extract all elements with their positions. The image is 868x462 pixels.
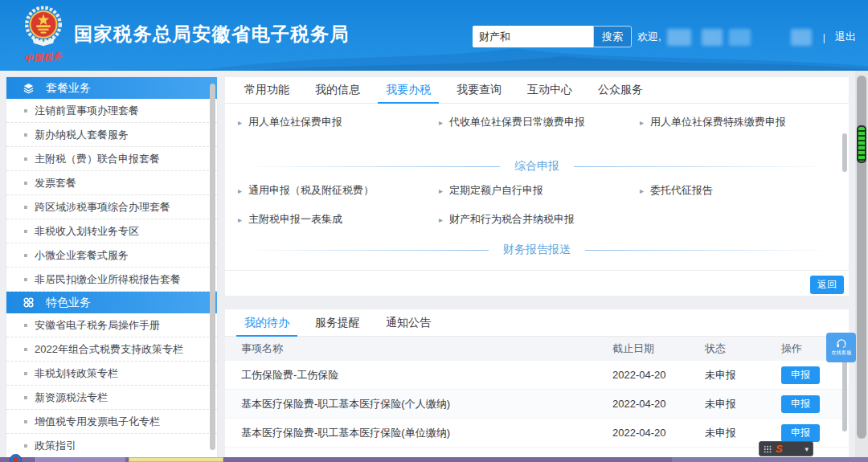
logout-link[interactable]: 退出: [835, 30, 856, 44]
user-area: 欢迎, | 退出: [637, 27, 856, 47]
sidebar-item-label: 小微企业套餐式服务: [35, 248, 129, 263]
bullet-icon: [24, 182, 27, 185]
sidebar-item[interactable]: 新资源税法专栏: [6, 386, 217, 410]
sidebar-item[interactable]: 小微企业套餐式服务: [6, 243, 217, 268]
todo-deadline: 2022-04-20: [592, 369, 684, 381]
grip-dots-icon: [764, 445, 772, 453]
col-item-name: 事项名称: [241, 341, 592, 356]
bullet-icon: [24, 230, 27, 233]
bullet-icon: [24, 157, 27, 161]
sidebar-section-featured[interactable]: 特色业务: [6, 292, 217, 313]
input-method-toolbar[interactable]: S ▾: [759, 441, 813, 456]
link-label: 用人单位社保费申报: [248, 115, 342, 129]
table-row: 基本医疗保险费-职工基本医疗保险(个人缴纳) 2022-04-20 未申报 申报: [225, 390, 849, 419]
link-social-insurance-declare[interactable]: ▸用人单位社保费申报: [238, 115, 439, 129]
sidebar-item[interactable]: 安徽省电子税务局操作手册: [6, 313, 217, 337]
tab-inquiry[interactable]: 我要查询: [453, 77, 505, 103]
link-row: ▸通用申报（税及附征税费） ▸定期定额户自行申报 ▸委托代征报告: [238, 181, 841, 200]
tab-public-service[interactable]: 公众服务: [595, 77, 646, 103]
todo-deadline: 2022-04-20: [592, 398, 684, 410]
sidebar-section-title: 套餐业务: [46, 81, 91, 96]
link-entrusted-collection[interactable]: ▸委托代征报告: [640, 183, 841, 198]
sidebar-item-label: 主附税（费）联合申报套餐: [35, 152, 160, 166]
sidebar-section-title: 特色业务: [46, 296, 91, 310]
sidebar-item-label: 非税划转政策专栏: [35, 366, 118, 381]
link-arrow-icon: ▸: [640, 118, 644, 127]
todo-status: 未申报: [684, 368, 760, 382]
search-button[interactable]: 搜索: [593, 26, 632, 47]
tax-emblem-icon: [23, 6, 64, 47]
panel-scrollbar-thumb[interactable]: [842, 133, 847, 172]
tab-my-info[interactable]: 我的信息: [312, 77, 363, 103]
online-service-button[interactable]: 在线客服: [826, 333, 856, 362]
link-row: ▸主附税申报一表集成 ▸财产和行为税合并纳税申报: [238, 210, 841, 229]
declare-button[interactable]: 申报: [781, 366, 820, 384]
link-property-behavior-tax[interactable]: ▸财产和行为税合并纳税申报: [439, 212, 640, 227]
link-arrow-icon: ▸: [238, 118, 242, 127]
todo-status: 未申报: [684, 426, 760, 440]
declare-button[interactable]: 申报: [781, 424, 820, 442]
bullet-icon: [24, 420, 27, 423]
link-general-declare[interactable]: ▸通用申报（税及附征税费）: [238, 183, 439, 198]
tab-my-todo[interactable]: 我的待办: [241, 309, 293, 336]
sidebar: 套餐业务 注销前置事项办理套餐 新办纳税人套餐服务 主附税（费）联合申报套餐 发…: [6, 77, 217, 462]
taskbar-window-button[interactable]: [35, 457, 125, 462]
divider-line: [585, 250, 833, 251]
sidebar-item-label: 2022年组合式税费支持政策专栏: [35, 342, 183, 357]
sidebar-item[interactable]: 非居民扣缴企业所得税报告套餐: [6, 268, 217, 292]
sidebar-item[interactable]: 新办纳税人套餐服务: [6, 123, 217, 147]
declare-button[interactable]: 申报: [781, 395, 820, 413]
bullet-icon: [24, 396, 27, 399]
main-tabbar: 常用功能 我的信息 我要办税 我要查询 互动中心 公众服务: [225, 77, 849, 104]
link-label: 通用申报（税及附征税费）: [248, 183, 374, 198]
green-indicator-widget: [857, 125, 866, 163]
todo-table-header: 事项名称 截止日期 状态 操作: [225, 337, 849, 361]
taskbar-window-button[interactable]: [672, 457, 868, 462]
four-circles-icon: [23, 296, 35, 309]
welcome-label: 欢迎,: [637, 30, 661, 44]
search-input[interactable]: [473, 26, 593, 47]
link-arrow-icon: ▸: [640, 186, 644, 195]
sidebar-item[interactable]: 非税划转政策专栏: [6, 362, 217, 386]
sidebar-scrollbar[interactable]: [210, 84, 215, 450]
section-divider-comprehensive: 综合申报: [241, 157, 833, 175]
redacted-username: [667, 29, 691, 46]
logout-divider: |: [823, 31, 825, 43]
redacted-username: [729, 29, 751, 46]
sidebar-section-packages[interactable]: 套餐业务: [6, 77, 217, 99]
sidebar-item[interactable]: 跨区域涉税事项综合办理套餐: [6, 195, 217, 219]
layers-icon: [23, 82, 35, 94]
sidebar-item[interactable]: 2022年组合式税费支持政策专栏: [6, 337, 217, 362]
link-collect-social-insurance[interactable]: ▸代收单位社保费日常缴费申报: [439, 115, 640, 129]
link-special-social-insurance[interactable]: ▸用人单位社保费特殊缴费申报: [640, 115, 841, 129]
sidebar-item[interactable]: 增值税专用发票电子化专栏: [6, 410, 217, 434]
taskbar-app-icon[interactable]: [10, 454, 22, 462]
tab-interaction-center[interactable]: 互动中心: [524, 77, 575, 103]
tab-announcements[interactable]: 通知公告: [383, 309, 434, 336]
sidebar-item[interactable]: 注销前置事项办理套餐: [6, 99, 217, 123]
table-row: 工伤保险费-工伤保险 2022-04-20 未申报 申报: [225, 361, 849, 390]
link-fixed-quota-declare[interactable]: ▸定期定额户自行申报: [439, 183, 640, 198]
tab-common-functions[interactable]: 常用功能: [241, 77, 293, 103]
dropdown-arrow-icon[interactable]: ▾: [805, 445, 809, 453]
link-label: 用人单位社保费特殊缴费申报: [650, 115, 786, 129]
sidebar-item[interactable]: 非税收入划转业务专区: [6, 219, 217, 243]
divider-label: 综合申报: [514, 159, 559, 174]
back-button[interactable]: 返回: [810, 276, 844, 294]
todo-item-name: 工伤保险费-工伤保险: [241, 368, 592, 382]
link-main-additional-tax[interactable]: ▸主附税申报一表集成: [238, 212, 439, 227]
footer-divider: [225, 270, 849, 271]
tab-tax-handling[interactable]: 我要办税: [383, 77, 434, 103]
sidebar-item-label: 增值税专用发票电子化专栏: [35, 415, 160, 429]
sidebar-item-label: 发票套餐: [35, 176, 76, 190]
sidebar-item[interactable]: 政策指引: [6, 434, 217, 458]
sidebar-item-label: 安徽省电子税务局操作手册: [35, 318, 160, 333]
bullet-icon: [24, 254, 27, 257]
sidebar-item[interactable]: 主附税（费）联合申报套餐: [6, 147, 217, 171]
divider-label: 财务报告报送: [503, 243, 571, 257]
sidebar-item[interactable]: 发票套餐: [6, 171, 217, 195]
bullet-icon: [24, 109, 27, 112]
taskbar-window-button-active[interactable]: [129, 457, 223, 462]
link-arrow-icon: ▸: [439, 118, 443, 127]
tab-service-reminder[interactable]: 服务提醒: [312, 309, 363, 336]
